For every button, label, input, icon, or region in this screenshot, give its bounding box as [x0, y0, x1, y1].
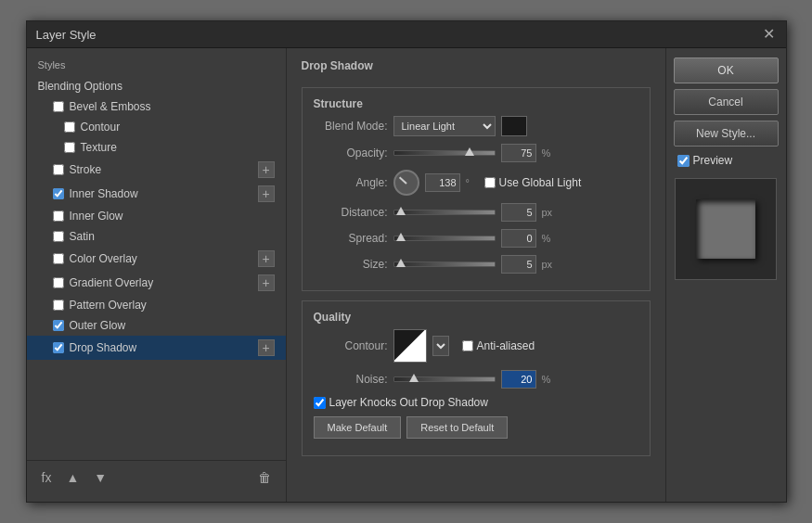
noise-slider-thumb[interactable]	[409, 374, 419, 382]
sidebar-item-gradient-overlay[interactable]: Gradient Overlay +	[27, 271, 286, 295]
inner-shadow-label: Inner Shadow	[70, 187, 258, 200]
gradient-overlay-checkbox[interactable]	[53, 277, 64, 288]
sidebar-item-bevel-emboss[interactable]: Bevel & Emboss	[27, 96, 286, 117]
preview-checkbox[interactable]	[677, 155, 690, 167]
distance-slider-container	[393, 210, 496, 215]
contour-preview[interactable]	[393, 329, 427, 363]
size-slider-thumb[interactable]	[396, 259, 406, 267]
size-label: Size:	[314, 258, 388, 271]
texture-label: Texture	[81, 141, 275, 154]
spread-unit: %	[542, 233, 555, 244]
size-row: Size: px	[314, 255, 638, 274]
opacity-slider-container	[393, 150, 496, 156]
opacity-slider-track[interactable]	[393, 150, 496, 156]
pattern-overlay-label: Pattern Overlay	[70, 299, 275, 312]
bevel-emboss-checkbox[interactable]	[53, 101, 64, 112]
blend-color-swatch[interactable]	[501, 116, 527, 136]
structure-label: Structure	[314, 97, 638, 110]
opacity-input[interactable]	[501, 144, 536, 162]
outer-glow-checkbox[interactable]	[53, 320, 64, 331]
sidebar-item-satin[interactable]: Satin	[27, 226, 286, 247]
distance-row: Distance: px	[314, 203, 638, 222]
noise-input[interactable]	[501, 370, 536, 389]
preview-row: Preview	[674, 152, 779, 169]
anti-aliased-checkbox[interactable]	[462, 340, 473, 351]
anti-aliased-row: Anti-aliased	[462, 339, 535, 352]
spread-input[interactable]	[501, 229, 536, 248]
blend-mode-select[interactable]: Linear Light Normal Multiply Screen Over…	[393, 116, 496, 136]
sidebar-item-inner-shadow[interactable]: Inner Shadow +	[27, 182, 286, 206]
preview-shape	[696, 199, 755, 259]
layer-knocks-checkbox[interactable]	[314, 397, 326, 409]
ok-button[interactable]: OK	[674, 57, 779, 83]
distance-slider-track[interactable]	[393, 210, 496, 215]
sidebar-item-contour[interactable]: Contour	[27, 117, 286, 137]
delete-button[interactable]: 🗑	[254, 468, 275, 487]
color-overlay-add-btn[interactable]: +	[258, 250, 275, 267]
stroke-add-btn[interactable]: +	[258, 161, 275, 178]
quality-section: Quality Contour: ▼	[302, 300, 651, 456]
spread-row: Spread: %	[314, 229, 638, 248]
move-up-button[interactable]: ▲	[62, 468, 83, 487]
color-overlay-label: Color Overlay	[70, 252, 258, 265]
contour-row: Contour: ▼ Anti-aliased	[314, 329, 638, 363]
angle-dial[interactable]	[393, 170, 419, 196]
dialog-title: Layer Style	[36, 28, 97, 42]
fx-button[interactable]: fx	[38, 468, 56, 487]
gradient-overlay-add-btn[interactable]: +	[258, 274, 275, 291]
blend-mode-row: Blend Mode: Linear Light Normal Multiply…	[314, 116, 638, 136]
drop-shadow-checkbox[interactable]	[53, 342, 64, 353]
sidebar-item-inner-glow[interactable]: Inner Glow	[27, 206, 286, 226]
close-button[interactable]: ✕	[761, 27, 777, 42]
cancel-button[interactable]: Cancel	[674, 89, 779, 115]
blend-mode-label: Blend Mode:	[314, 120, 388, 133]
inner-glow-label: Inner Glow	[70, 210, 275, 223]
distance-input[interactable]	[501, 203, 536, 222]
satin-checkbox[interactable]	[53, 231, 64, 242]
sidebar-item-color-overlay[interactable]: Color Overlay +	[27, 247, 286, 271]
inner-shadow-add-btn[interactable]: +	[258, 185, 275, 202]
distance-unit: px	[542, 207, 555, 218]
sidebar-item-texture[interactable]: Texture	[27, 137, 286, 158]
pattern-overlay-checkbox[interactable]	[53, 300, 64, 311]
blending-options-label: Blending Options	[38, 80, 275, 93]
reset-to-default-button[interactable]: Reset to Default	[406, 416, 508, 439]
spread-label: Spread:	[314, 232, 388, 245]
sidebar-item-stroke[interactable]: Stroke +	[27, 158, 286, 182]
spread-slider-thumb[interactable]	[396, 233, 406, 241]
size-slider-container	[393, 262, 496, 267]
layer-style-dialog: Layer Style ✕ Styles Blending Options Be…	[26, 20, 787, 503]
move-down-button[interactable]: ▼	[90, 468, 110, 487]
action-buttons-row: Make Default Reset to Default	[314, 416, 638, 439]
contour-dropdown[interactable]: ▼	[432, 336, 449, 356]
use-global-light-checkbox[interactable]	[484, 177, 496, 188]
drop-shadow-add-btn[interactable]: +	[258, 339, 275, 356]
layer-knocks-label: Layer Knocks Out Drop Shadow	[329, 396, 488, 409]
anti-aliased-label: Anti-aliased	[477, 339, 535, 352]
contour-checkbox[interactable]	[64, 121, 75, 133]
distance-slider-thumb[interactable]	[396, 207, 406, 215]
opacity-slider-thumb[interactable]	[465, 147, 474, 156]
inner-glow-checkbox[interactable]	[53, 210, 64, 222]
texture-checkbox[interactable]	[64, 142, 75, 153]
sidebar-item-outer-glow[interactable]: Outer Glow	[27, 315, 286, 336]
new-style-button[interactable]: New Style...	[674, 121, 779, 147]
make-default-button[interactable]: Make Default	[314, 416, 402, 439]
inner-shadow-checkbox[interactable]	[53, 188, 64, 199]
sidebar-item-pattern-overlay[interactable]: Pattern Overlay	[27, 295, 286, 315]
size-input[interactable]	[501, 255, 536, 274]
stroke-checkbox[interactable]	[53, 164, 64, 175]
noise-slider-track[interactable]	[393, 376, 496, 382]
spread-slider-track[interactable]	[393, 236, 496, 241]
preview-box	[675, 178, 777, 280]
middle-panel: Drop Shadow Structure Blend Mode: Linear…	[287, 48, 665, 502]
layer-knocks-row: Layer Knocks Out Drop Shadow	[314, 396, 638, 409]
contour-label: Contour:	[314, 339, 388, 352]
noise-slider-container	[393, 376, 496, 382]
sidebar-item-drop-shadow[interactable]: Drop Shadow +	[27, 336, 286, 360]
distance-label: Distance:	[314, 206, 388, 219]
size-slider-track[interactable]	[393, 262, 496, 267]
blending-options-item[interactable]: Blending Options	[27, 76, 286, 96]
angle-input[interactable]	[425, 173, 460, 192]
color-overlay-checkbox[interactable]	[53, 253, 64, 264]
